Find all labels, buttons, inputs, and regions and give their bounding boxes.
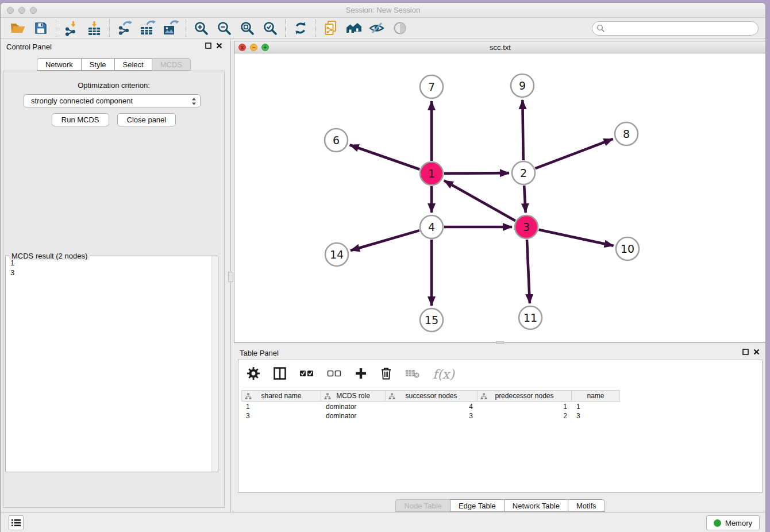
zoom-selected-button[interactable] (260, 20, 280, 37)
zoom-out-button[interactable] (214, 20, 234, 37)
function-builder-button[interactable]: f(x) (433, 367, 455, 381)
node-label-7: 7 (428, 80, 435, 93)
app-title: Session: New Session (1, 6, 765, 14)
network-window: x – + scc.txt 7968124314101511 (234, 41, 766, 343)
network-window-titlebar: x – + scc.txt (234, 41, 766, 53)
open-session-button[interactable] (8, 20, 28, 37)
apply-layout-button[interactable] (291, 20, 310, 37)
search-input[interactable] (592, 21, 759, 36)
table-cell[interactable]: 4 (386, 402, 478, 411)
export-table-button[interactable] (138, 20, 157, 37)
search-field (592, 21, 759, 36)
delete-columns-button[interactable] (380, 367, 392, 383)
save-session-button[interactable] (31, 20, 51, 37)
column-header-predecessor-nodes[interactable]: predecessor nodes (478, 390, 572, 402)
column-header-MCDS-role[interactable]: MCDS role (321, 390, 386, 402)
run-mcds-button[interactable]: Run MCDS (52, 113, 109, 126)
node-label-1: 1 (428, 167, 435, 180)
column-header-shared-name[interactable]: shared name (241, 390, 321, 402)
table-row[interactable]: 3dominator323 (241, 411, 620, 421)
float-panel-icon[interactable] (742, 349, 749, 355)
column-type-icon (324, 393, 331, 400)
toolbar-separator (109, 20, 110, 37)
tab-network-table[interactable]: Network Table (504, 499, 568, 512)
tab-node-table[interactable]: Node Table (395, 499, 450, 512)
table-cell[interactable]: dominator (321, 411, 386, 421)
table-settings-button[interactable] (247, 367, 260, 383)
tab-edge-table[interactable]: Edge Table (450, 499, 504, 512)
table-cell[interactable]: 2 (478, 411, 572, 421)
columns-icon (273, 367, 287, 380)
close-panel-button[interactable]: Close panel (117, 113, 176, 126)
edge-3-11[interactable] (527, 240, 530, 303)
edge-3-10[interactable] (539, 230, 614, 246)
network-graph[interactable]: 7968124314101511 (234, 54, 766, 343)
delete-table-icon (405, 368, 420, 379)
float-panel-icon[interactable] (205, 43, 211, 49)
toolbar-separator (315, 20, 316, 37)
close-panel-icon[interactable] (216, 43, 222, 49)
table-cell[interactable]: 1 (241, 402, 321, 411)
clone-network-button[interactable] (321, 20, 341, 37)
gear-icon (247, 367, 260, 380)
table-row[interactable]: 1dominator411 (241, 402, 620, 411)
table-header-row: shared nameMCDS rolesuccessor nodesprede… (241, 390, 620, 402)
import-network-button[interactable] (61, 20, 81, 37)
mcds-result-text[interactable]: 1 3 (6, 258, 211, 471)
table-cell[interactable]: 3 (386, 411, 478, 421)
task-history-button[interactable] (9, 515, 24, 530)
column-header-successor-nodes[interactable]: successor nodes (386, 390, 478, 402)
tab-select[interactable]: Select (114, 58, 152, 71)
edge-2-8[interactable] (536, 139, 613, 168)
deselect-all-columns-button[interactable] (327, 368, 342, 381)
tab-style[interactable]: Style (81, 58, 114, 71)
show-columns-button[interactable] (273, 367, 287, 383)
edge-3-1[interactable] (444, 180, 515, 221)
import-table-button[interactable] (84, 20, 104, 37)
table-cell[interactable]: 3 (241, 411, 321, 421)
result-scrollbar[interactable] (211, 256, 218, 472)
edge-1-2[interactable] (444, 173, 509, 174)
control-panel-header: Control Panel (1, 39, 227, 54)
table-cell[interactable]: 1 (572, 402, 620, 411)
trash-icon (380, 367, 392, 380)
export-network-button[interactable] (115, 20, 134, 37)
tab-mcds[interactable]: MCDS (152, 58, 191, 71)
show-graphics-button[interactable] (390, 20, 410, 37)
edge-2-9[interactable] (522, 100, 523, 160)
delete-table-button[interactable] (405, 368, 420, 381)
hide-graphics-button[interactable] (367, 20, 387, 37)
memory-label: Memory (725, 519, 752, 527)
table-cell[interactable]: dominator (321, 402, 386, 411)
plus-icon (355, 367, 367, 380)
table-panel-body: f(x) shared nameMCDS rolesuccessor nodes… (238, 360, 763, 493)
table-cell[interactable]: 3 (572, 411, 620, 421)
optimization-criterion-label: Optimization criterion: (1, 81, 227, 90)
table-cell[interactable]: 1 (478, 402, 572, 411)
tab-network[interactable]: Network (37, 58, 81, 71)
tab-motifs[interactable]: Motifs (568, 499, 605, 512)
dropdown-stepper-icon (191, 97, 197, 106)
app-window: Session: New Session Control Panel (0, 2, 766, 532)
zoom-fit-icon (240, 21, 255, 36)
home-networks-button[interactable] (344, 20, 364, 37)
export-image-button[interactable] (161, 20, 180, 37)
close-panel-icon[interactable] (753, 349, 760, 355)
column-header-name[interactable]: name (572, 390, 620, 402)
network-canvas[interactable]: 7968124314101511 (234, 54, 766, 342)
column-type-icon (245, 393, 252, 400)
network-resize-grip[interactable] (496, 341, 504, 344)
splitter-grip[interactable] (228, 272, 233, 282)
zoom-fit-button[interactable] (237, 20, 257, 37)
zoom-in-button[interactable] (191, 20, 211, 37)
edge-1-6[interactable] (350, 145, 420, 169)
optimization-criterion-select[interactable]: strongly connected component (24, 94, 201, 107)
memory-button[interactable]: Memory (706, 515, 760, 530)
save-icon (34, 21, 48, 35)
edge-2-3[interactable] (524, 186, 526, 213)
table-toolbar: f(x) (238, 360, 762, 388)
control-panel-title: Control Panel (6, 43, 52, 51)
select-all-columns-button[interactable] (299, 368, 314, 381)
edge-4-14[interactable] (351, 230, 419, 250)
create-column-button[interactable] (355, 367, 367, 382)
